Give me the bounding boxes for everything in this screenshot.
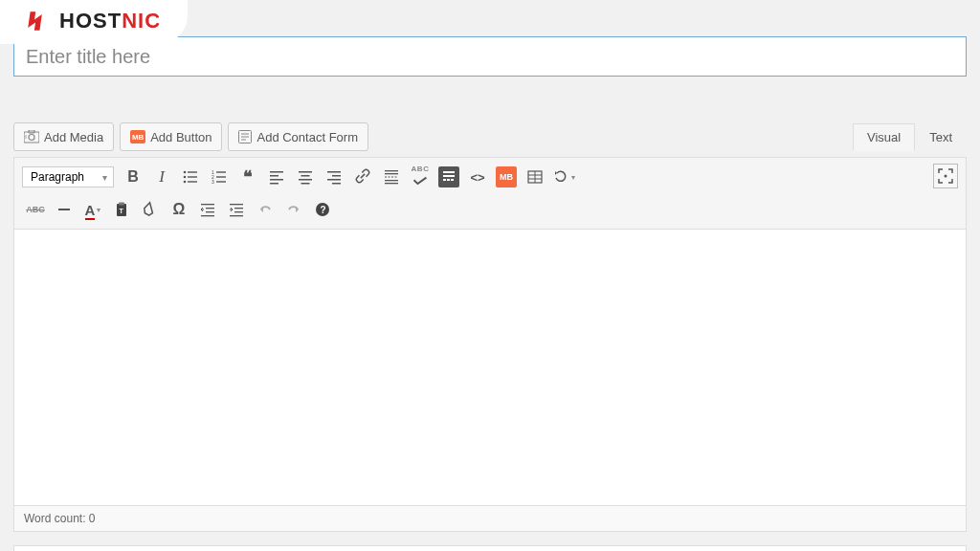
svg-rect-0 (24, 132, 39, 143)
svg-rect-54 (234, 208, 243, 209)
mb-badge-icon: MB (130, 130, 145, 143)
svg-rect-17 (216, 176, 226, 177)
svg-rect-37 (443, 175, 455, 177)
add-contact-form-button[interactable]: Add Contact Form (228, 122, 368, 151)
undo-button[interactable] (252, 196, 278, 223)
table-button[interactable] (522, 164, 548, 190)
svg-rect-25 (301, 175, 310, 177)
help-button[interactable]: ? (309, 196, 336, 223)
read-more-button[interactable] (378, 164, 405, 190)
svg-rect-9 (188, 171, 197, 172)
svg-rect-40 (451, 179, 454, 181)
svg-rect-52 (201, 215, 214, 216)
align-left-button[interactable] (263, 164, 290, 190)
add-contact-label: Add Contact Form (256, 130, 358, 144)
svg-rect-24 (299, 171, 312, 173)
svg-rect-32 (385, 170, 398, 171)
clear-formatting-button[interactable] (137, 196, 164, 223)
svg-rect-56 (230, 215, 243, 216)
svg-rect-19 (216, 181, 226, 182)
svg-rect-26 (299, 179, 312, 181)
format-value: Paragraph (31, 170, 84, 184)
svg-rect-28 (327, 171, 341, 173)
add-button-label: Add Button (150, 130, 212, 144)
svg-rect-27 (301, 183, 310, 185)
hr-button[interactable] (51, 196, 78, 223)
svg-rect-20 (270, 171, 283, 173)
svg-rect-51 (206, 211, 214, 212)
svg-rect-13 (188, 181, 197, 182)
refresh-button[interactable]: ▾ (550, 164, 577, 190)
indent-button[interactable] (223, 196, 250, 223)
svg-rect-30 (327, 179, 341, 181)
editor-toolbar: Paragraph B I 123 ❝ ABC <> MB ▾ ABC (14, 158, 966, 230)
yoast-seo-panel[interactable]: Yoast SEO ▲ (13, 545, 967, 551)
svg-point-7 (945, 175, 947, 178)
svg-rect-39 (447, 179, 450, 181)
svg-rect-23 (270, 183, 278, 185)
editor-content-area[interactable] (14, 230, 966, 505)
spellcheck-button[interactable]: ABC (407, 164, 434, 190)
svg-point-8 (184, 171, 187, 174)
svg-rect-34 (385, 180, 398, 181)
svg-point-1 (29, 135, 34, 141)
align-center-button[interactable] (292, 164, 319, 190)
svg-text:T: T (120, 208, 124, 214)
paste-text-button[interactable]: T (108, 196, 135, 223)
bullet-list-button[interactable] (177, 164, 204, 190)
svg-rect-47 (119, 203, 124, 206)
blockquote-button[interactable]: ❝ (234, 164, 261, 190)
camera-icon (24, 130, 39, 143)
svg-rect-36 (443, 171, 455, 173)
svg-rect-45 (58, 209, 70, 210)
italic-button[interactable]: I (148, 164, 175, 190)
svg-rect-22 (270, 179, 283, 181)
toolbar-toggle-button[interactable] (435, 164, 462, 190)
form-icon (238, 130, 252, 143)
special-char-button[interactable]: Ω (166, 196, 192, 223)
brand-logo: HOSTNIC (0, 0, 188, 44)
svg-rect-35 (385, 183, 398, 184)
code-button[interactable]: <> (464, 164, 491, 190)
fullscreen-button[interactable] (933, 164, 958, 188)
brand-text: HOSTNIC (59, 9, 161, 33)
outdent-button[interactable] (194, 196, 221, 223)
text-tab[interactable]: Text (915, 123, 967, 151)
svg-rect-11 (188, 176, 197, 177)
redo-button[interactable] (280, 196, 307, 223)
number-list-button[interactable]: 123 (206, 164, 233, 190)
format-select[interactable]: Paragraph (22, 166, 114, 187)
bold-button[interactable]: B (120, 164, 146, 190)
svg-rect-29 (332, 175, 341, 177)
svg-rect-55 (234, 211, 243, 212)
text-color-button[interactable]: A▾ (79, 196, 106, 223)
add-media-button[interactable]: Add Media (13, 122, 114, 151)
svg-text:?: ? (321, 205, 326, 215)
editor-container: Paragraph B I 123 ❝ ABC <> MB ▾ ABC (13, 157, 967, 532)
add-media-label: Add Media (44, 130, 103, 144)
link-button[interactable] (349, 164, 376, 190)
svg-rect-31 (332, 183, 341, 185)
mb-toolbar-button[interactable]: MB (493, 164, 520, 190)
svg-rect-15 (216, 171, 226, 172)
svg-rect-33 (385, 173, 398, 174)
svg-rect-53 (230, 204, 243, 205)
word-count-bar: Word count: 0 (14, 505, 966, 531)
strikethrough-button[interactable]: ABC (22, 196, 49, 223)
align-right-button[interactable] (321, 164, 347, 190)
visual-tab[interactable]: Visual (853, 123, 915, 151)
svg-rect-21 (270, 175, 278, 177)
add-button-button[interactable]: MB Add Button (120, 122, 222, 151)
svg-rect-49 (201, 204, 214, 205)
hostnic-mark-icon (27, 8, 54, 34)
svg-point-12 (184, 181, 187, 184)
svg-rect-38 (443, 179, 446, 181)
svg-text:3: 3 (212, 179, 214, 185)
svg-point-10 (184, 176, 187, 179)
svg-rect-50 (206, 208, 214, 209)
